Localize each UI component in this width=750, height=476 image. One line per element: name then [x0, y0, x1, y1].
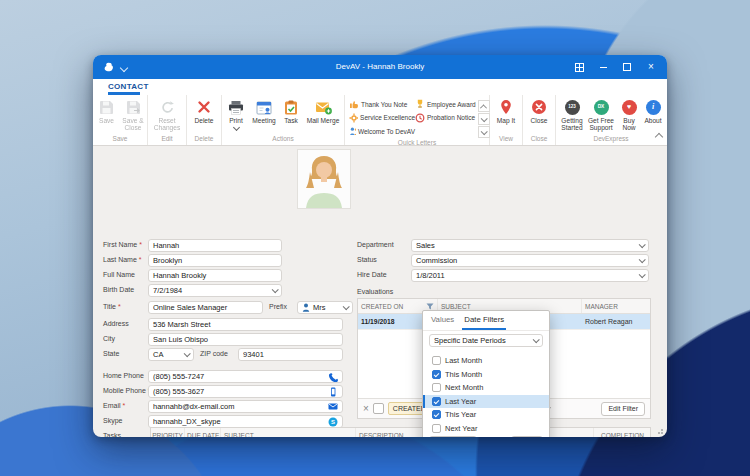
tab-contact[interactable]: CONTACT — [108, 82, 149, 91]
quick-letter-probation-notice[interactable]: Probation Notice — [415, 113, 476, 123]
status-field[interactable]: Commission — [411, 254, 649, 267]
filter-option-this-month[interactable]: This Month — [423, 368, 549, 382]
filter-option-this-year[interactable]: This Year — [423, 408, 549, 422]
ribbon-group-edit: Reset Changes Edit — [148, 95, 187, 145]
getting-started-button[interactable]: 123 Getting Started — [558, 98, 586, 134]
column-completion[interactable]: COMPLETION — [594, 428, 651, 437]
department-field[interactable]: Sales — [411, 239, 649, 252]
checkbox-checked — [432, 397, 441, 406]
ribbon-group-quick-letters: Thank You Note Service Excellence Welcom… — [345, 95, 490, 145]
filter-popup: Values Date Filters Specific Date Period… — [422, 310, 550, 437]
chevron-down-icon — [639, 271, 646, 278]
close-icon: × — [648, 62, 654, 72]
remove-filter-icon[interactable]: × — [363, 404, 369, 414]
filter-funnel-icon[interactable] — [426, 303, 434, 310]
save-button[interactable]: Save — [94, 98, 120, 134]
maximize-button[interactable] — [615, 55, 639, 79]
people-icon — [349, 126, 356, 136]
group-caption-close: Close — [523, 134, 555, 145]
quick-letter-welcome-to-devav[interactable]: Welcome To DevAV — [349, 126, 415, 136]
reset-changes-button[interactable]: Reset Changes — [150, 98, 184, 134]
quick-letter-employee-award[interactable]: Employee Award — [415, 99, 476, 109]
prefix-field[interactable]: Mrs — [297, 301, 353, 314]
get-free-support-button[interactable]: DX Get Free Support — [586, 98, 616, 134]
column-priority[interactable]: PRIORITY — [151, 428, 185, 437]
skin-selector-button[interactable] — [567, 55, 591, 79]
about-button[interactable]: i About — [642, 98, 664, 134]
save-close-icon — [126, 98, 141, 116]
quick-letter-service-excellence[interactable]: Service Excellence — [349, 113, 415, 123]
contact-photo[interactable] — [297, 149, 351, 209]
clock-icon — [415, 113, 425, 123]
ribbon-group-actions: Print Meeting Task Mail Merge — [222, 95, 345, 145]
checkbox-unchecked — [432, 383, 441, 392]
column-manager[interactable]: MANAGER — [582, 299, 651, 313]
ribbon-group-devexpress: 123 Getting Started DX Get Free Support … — [556, 95, 666, 145]
checkbox-unchecked — [432, 424, 441, 433]
full-name-label: Full Name — [103, 271, 135, 278]
more-dropdown-icon — [481, 128, 488, 135]
print-dropdown-icon — [232, 124, 239, 131]
ribbon-group-close: Close Close — [523, 95, 556, 145]
mail-merge-button[interactable]: Mail Merge — [303, 98, 343, 134]
close-record-button[interactable]: Close — [525, 98, 553, 134]
birth-date-field[interactable]: 7/2/1984 — [148, 284, 282, 297]
chevron-down-icon — [343, 303, 350, 310]
tab-date-filters[interactable]: Date Filters — [464, 315, 504, 330]
period-selector[interactable]: Specific Date Periods — [429, 334, 543, 347]
prefix-label: Prefix — [269, 303, 287, 310]
group-caption-delete: Delete — [187, 134, 221, 145]
chevron-down-icon — [533, 336, 540, 343]
quick-letter-thank-you-note[interactable]: Thank You Note — [349, 99, 415, 109]
mobile-phone-field[interactable] — [148, 385, 343, 398]
filter-option-next-month[interactable]: Next Month — [423, 381, 549, 395]
phone-icon — [328, 372, 338, 382]
tasks-grid: PRIORITY DUE DATE SUBJECT DESCRIPTION CO… — [150, 427, 651, 437]
group-caption-actions: Actions — [222, 134, 344, 145]
save-and-close-button[interactable]: Save & Close — [120, 98, 147, 134]
close-button[interactable]: × — [639, 55, 663, 79]
clear-filter-button[interactable]: Clear Filter — [429, 436, 477, 437]
close-popup-button[interactable]: Close — [511, 436, 543, 437]
window-controls: × — [567, 55, 663, 79]
filter-option-next-year[interactable]: Next Year — [423, 422, 549, 436]
task-button[interactable]: Task — [279, 98, 303, 134]
chevron-down-icon — [481, 115, 488, 122]
state-field[interactable]: CA — [148, 348, 194, 361]
support-icon: DX — [594, 98, 609, 116]
state-label: State — [103, 350, 119, 357]
meeting-button[interactable]: Meeting — [249, 98, 279, 134]
address-field[interactable] — [148, 318, 343, 331]
column-due-date[interactable]: DUE DATE — [185, 428, 221, 437]
tab-values[interactable]: Values — [431, 315, 454, 330]
contact-form: First Name* Last Name* Full Name Birth D… — [93, 145, 667, 437]
edit-filter-button[interactable]: Edit Filter — [601, 402, 645, 416]
last-name-field[interactable] — [148, 254, 282, 267]
scroll-up-button[interactable] — [478, 100, 490, 112]
home-phone-field[interactable] — [148, 370, 343, 383]
buy-now-button[interactable]: ♥ Buy Now — [616, 98, 642, 134]
print-button[interactable]: Print — [223, 98, 249, 134]
more-letters-button[interactable] — [478, 126, 490, 138]
filter-options-list: Last Month This Month Next Month Last Ye… — [423, 354, 549, 435]
delete-button[interactable]: Delete — [189, 98, 219, 134]
first-name-field[interactable] — [148, 239, 282, 252]
department-label: Department — [357, 241, 394, 248]
title-field[interactable] — [148, 301, 263, 314]
map-it-button[interactable]: Map It — [492, 98, 520, 134]
minimize-button[interactable] — [591, 55, 615, 79]
filter-option-last-year[interactable]: Last Year — [423, 395, 549, 409]
gear-icon — [349, 113, 358, 123]
full-name-field[interactable] — [148, 269, 282, 282]
hire-date-field[interactable]: 1/8/2011 — [411, 269, 649, 282]
email-field[interactable] — [148, 400, 343, 413]
scroll-down-button[interactable] — [478, 113, 490, 125]
meeting-icon — [256, 98, 272, 116]
column-subject[interactable]: SUBJECT — [221, 428, 356, 437]
task-icon — [284, 98, 298, 116]
filter-enabled-checkbox[interactable] — [373, 403, 384, 414]
window-resize-grip[interactable] — [656, 427, 663, 434]
city-field[interactable] — [148, 333, 343, 346]
filter-option-last-month[interactable]: Last Month — [423, 354, 549, 368]
zip-field[interactable] — [238, 348, 343, 361]
